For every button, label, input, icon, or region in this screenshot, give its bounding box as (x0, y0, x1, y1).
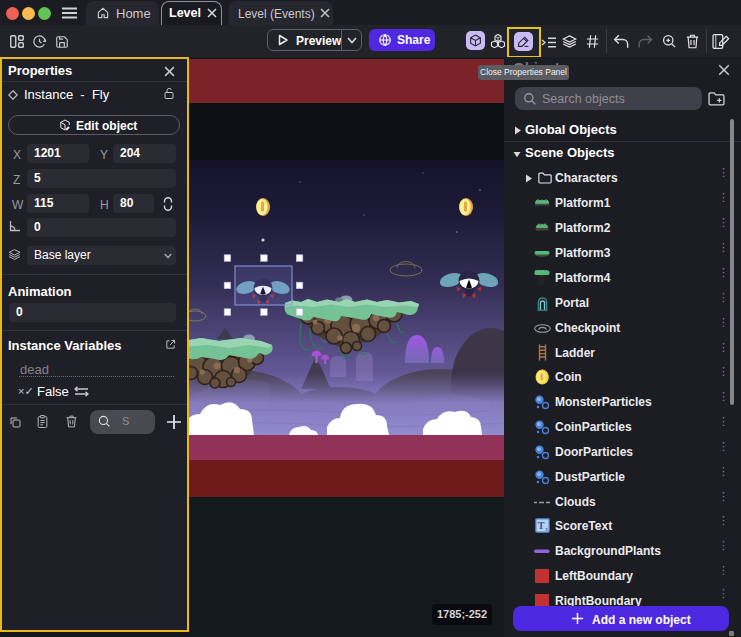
svg-text:T: T (538, 520, 545, 531)
svg-text:x: x (545, 526, 548, 532)
